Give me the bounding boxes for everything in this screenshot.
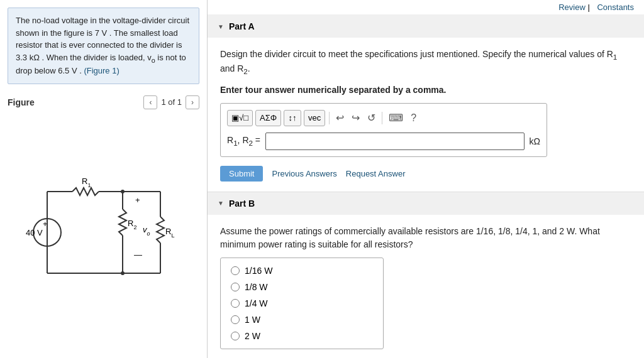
input-row: R1, R2 = kΩ bbox=[227, 133, 540, 150]
submit-button[interactable]: Submit bbox=[220, 166, 263, 182]
toolbar: ▣√□ ΑΣΦ ↕↑ vec ↩ ↪ ↺ ⌨ ? bbox=[227, 110, 540, 126]
request-answer-link[interactable]: Request Answer bbox=[346, 169, 406, 178]
radio-1-16w-label: 1/16 W bbox=[245, 266, 272, 276]
top-bar: Review | Constants bbox=[208, 0, 644, 15]
figure-navigation: ‹ 1 of 1 › bbox=[143, 95, 199, 109]
part-a-section: ▼ Part A Design the divider circuit to m… bbox=[208, 15, 644, 192]
toolbar-separator-2 bbox=[382, 112, 382, 124]
symbol-button[interactable]: ΑΣΦ bbox=[255, 110, 281, 126]
radio-option-5[interactable]: 2 W bbox=[231, 331, 373, 341]
part-b-section: ▼ Part B Assume the power ratings of com… bbox=[208, 192, 644, 358]
toolbar-separator-1 bbox=[329, 112, 330, 124]
answer-input[interactable] bbox=[265, 133, 524, 150]
radio-1-4w-label: 1/4 W bbox=[245, 298, 268, 308]
part-b-header[interactable]: ▼ Part B bbox=[208, 192, 644, 215]
review-link[interactable]: Review bbox=[558, 3, 586, 12]
circuit-diagram: R1 RL R2 + bbox=[0, 113, 207, 358]
radio-option-3[interactable]: 1/4 W bbox=[231, 298, 373, 308]
part-b-description: Assume the power ratings of commercially… bbox=[220, 225, 631, 251]
figure-page-indicator: 1 of 1 bbox=[161, 97, 182, 107]
radio-group: 1/16 W 1/8 W 1/4 W 1 W 2 W bbox=[220, 258, 384, 349]
svg-point-10 bbox=[121, 271, 125, 275]
radio-option-1[interactable]: 1/16 W bbox=[231, 266, 373, 276]
svg-text:+: + bbox=[43, 219, 48, 229]
part-b-label: Part B bbox=[229, 198, 255, 209]
part-b-content: Assume the power ratings of commercially… bbox=[208, 215, 644, 358]
r2-label: R2 bbox=[128, 219, 136, 231]
figure-label-text: Figure bbox=[8, 97, 35, 107]
part-a-content: Design the divider circuit to meet the s… bbox=[208, 38, 644, 192]
redo-button[interactable]: ↪ bbox=[349, 111, 362, 125]
help-button[interactable]: ? bbox=[408, 111, 419, 125]
vo-plus: + bbox=[135, 195, 140, 205]
constants-link[interactable]: Constants bbox=[597, 3, 634, 12]
reset-button[interactable]: ↺ bbox=[365, 111, 378, 125]
problem-text: The no-load voltage in the voltage-divid… bbox=[8, 8, 199, 84]
part-b-arrow-icon: ▼ bbox=[218, 200, 224, 207]
part-a-bold-instruction: Enter tour answer numerically separated … bbox=[220, 84, 631, 97]
figure-next-button[interactable]: › bbox=[186, 95, 199, 109]
radio-2w[interactable] bbox=[231, 332, 240, 340]
radio-2w-label: 2 W bbox=[245, 331, 260, 341]
right-panel: Review | Constants ▼ Part A Design the d… bbox=[208, 0, 644, 358]
action-row: Submit Previous Answers Request Answer bbox=[220, 166, 631, 182]
vec-button[interactable]: vec bbox=[304, 110, 325, 126]
undo-button[interactable]: ↩ bbox=[333, 111, 347, 125]
radio-1w[interactable] bbox=[231, 315, 240, 324]
keyboard-button[interactable]: ⌨ bbox=[386, 111, 406, 125]
voltage-label: 40 V bbox=[26, 228, 43, 237]
part-a-arrow-icon: ▼ bbox=[218, 23, 224, 30]
radio-1-8w[interactable] bbox=[231, 283, 240, 291]
vo-label: vo bbox=[143, 225, 150, 237]
circuit-svg: R1 RL R2 + bbox=[22, 163, 186, 301]
vo-minus: — bbox=[134, 250, 142, 259]
answer-box: ▣√□ ΑΣΦ ↕↑ vec ↩ ↪ ↺ ⌨ ? R1, R2 = kΩ bbox=[220, 103, 547, 157]
r1-label: R1 bbox=[82, 176, 91, 188]
radio-1-8w-label: 1/8 W bbox=[245, 282, 268, 292]
previous-answers-link[interactable]: Previous Answers bbox=[272, 169, 336, 178]
radio-1-4w[interactable] bbox=[231, 299, 240, 308]
format-button[interactable]: ↕↑ bbox=[284, 110, 301, 126]
figure-prev-button[interactable]: ‹ bbox=[143, 95, 157, 109]
radio-option-4[interactable]: 1 W bbox=[231, 315, 373, 325]
radio-1-16w[interactable] bbox=[231, 266, 240, 275]
part-a-label: Part A bbox=[229, 21, 255, 31]
radio-option-2[interactable]: 1/8 W bbox=[231, 282, 373, 292]
formula-button[interactable]: ▣√□ bbox=[227, 110, 253, 126]
rl-label: RL bbox=[165, 227, 174, 239]
top-bar-separator: | bbox=[587, 3, 592, 12]
radio-1w-label: 1 W bbox=[245, 315, 260, 325]
part-a-header[interactable]: ▼ Part A bbox=[208, 15, 644, 38]
figure-link[interactable]: (Figure 1) bbox=[84, 66, 119, 75]
input-label: R1, R2 = bbox=[227, 135, 260, 147]
part-a-instructions: Design the divider circuit to meet the s… bbox=[220, 48, 631, 77]
unit-label: kΩ bbox=[530, 136, 540, 146]
